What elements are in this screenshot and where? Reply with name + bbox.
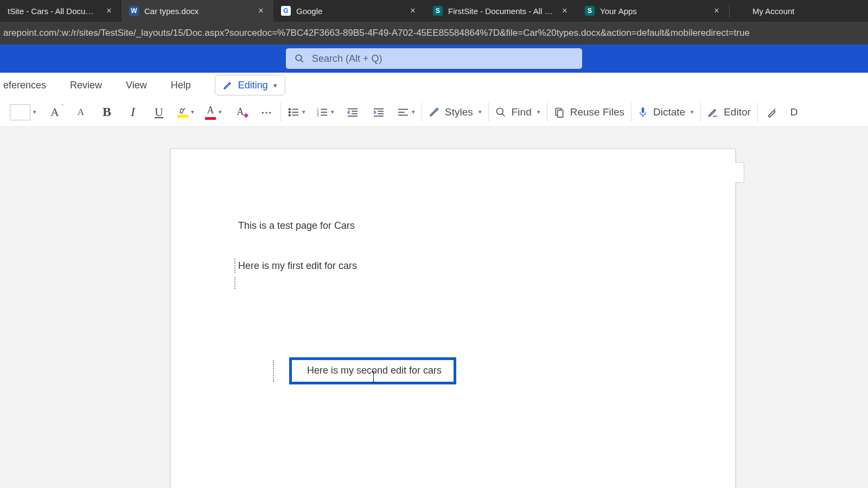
tab-view[interactable]: View [126,80,147,91]
editor-icon [707,107,718,118]
styles-label: Styles [445,106,473,118]
editing-mode-label: Editing [238,80,268,91]
bold-button[interactable]: B [99,103,114,121]
tab-title: tSite - Cars - All Documents [8,7,99,16]
increase-indent-button[interactable] [371,103,386,121]
grow-font-button[interactable]: Aˆ [47,103,62,121]
highlight-button[interactable]: ▾ [177,103,194,121]
editor-button[interactable]: Editor [707,103,751,121]
find-button[interactable]: Find ▾ [495,103,540,121]
find-label: Find [512,106,532,118]
tab-help[interactable]: Help [171,80,191,91]
font-color-button[interactable]: A ▾ [205,103,222,121]
browser-tab[interactable]: My Account [730,0,865,22]
paragraph-text: Here is my first edit for cars [238,260,357,271]
styles-group: Styles ▾ [422,98,488,126]
document-canvas[interactable]: This is a test page for Cars Here is my … [0,127,868,488]
numbering-button[interactable]: 123 ▾ [316,103,334,121]
browser-tab[interactable]: tSite - Cars - All Documents × [0,0,122,22]
paragraph-text: This is a test page for Cars [238,220,355,231]
editing-mode-button[interactable]: Editing ▾ [215,75,285,95]
address-bar[interactable]: arepoint.com/:w:/r/sites/TestSite/_layou… [0,22,868,44]
google-icon: G [281,6,291,16]
document-body[interactable]: This is a test page for Cars Here is my … [238,219,650,289]
paragraph[interactable]: Here is my second edit for cars [307,363,442,377]
decrease-indent-button[interactable] [345,103,360,121]
search-box[interactable]: Search (Alt + Q) [285,48,583,69]
sharepoint-icon: S [585,6,595,16]
svg-point-33 [775,108,776,109]
underline-button[interactable]: U [151,103,167,121]
paragraph-group: ▾ 123 ▾ ▾ [281,98,422,126]
tab-references[interactable]: eferences [3,80,46,91]
close-icon[interactable]: × [408,6,418,16]
paragraph[interactable]: This is a test page for Cars [238,219,650,233]
editor-label: Editor [724,106,751,118]
paragraph[interactable]: Here is my first edit for cars [238,259,650,273]
tab-review[interactable]: Review [70,80,102,91]
svg-line-27 [502,113,505,116]
microphone-icon [638,106,648,118]
tab-title: FirstSite - Documents - All Docu [448,7,554,16]
browser-tab[interactable]: S Your Apps × [577,0,729,22]
reuse-files-button[interactable]: Reuse Files [554,103,624,121]
styles-icon [429,107,439,118]
ribbon-toolbar: ▾ Aˆ Aˇ B I U ▾ A ▾ A◆ ⋯ ▾ 123 [0,98,868,127]
tab-title: My Account [752,7,858,16]
blank-line [238,237,650,259]
browser-tab[interactable]: S FirstSite - Documents - All Docu × [425,0,577,22]
close-icon[interactable]: × [712,6,722,16]
italic-button[interactable]: I [125,103,141,121]
ribbon-tabs: eferences Review View Help Editing ▾ [0,73,868,98]
editor-group: Editor [701,98,757,126]
search-icon [295,54,304,63]
suite-header: Search (Alt + Q) [0,44,868,73]
word-icon: W [129,6,139,16]
chevron-down-icon: ▾ [273,81,277,89]
reuse-files-label: Reuse Files [570,106,624,118]
svg-point-26 [496,108,503,114]
styles-button[interactable]: Styles ▾ [429,103,482,121]
tab-title: Car types.docx [144,7,251,16]
font-size-box[interactable]: ▾ [10,103,36,121]
pencil-icon [223,80,233,90]
clear-formatting-button[interactable]: A◆ [233,103,248,121]
close-icon[interactable]: × [560,6,570,16]
sharepoint-icon: S [433,6,443,16]
paragraph-text: Here is my second edit for cars [307,365,442,376]
designer-group: D [758,98,798,126]
svg-rect-30 [642,107,644,113]
microsoft-icon [737,6,747,16]
search-placeholder: Search (Alt + Q) [312,53,382,65]
blank-line [238,277,650,289]
bullets-button[interactable]: ▾ [288,103,305,121]
designer-button[interactable] [764,103,780,121]
browser-tab[interactable]: W Car types.docx × [122,0,273,22]
search-icon [495,107,506,118]
close-icon[interactable]: × [256,6,266,16]
text-cursor [373,371,374,382]
close-icon[interactable]: × [104,6,114,16]
revision-marker [273,360,274,382]
svg-point-6 [289,114,290,116]
revision-marker [234,277,235,289]
align-button[interactable]: ▾ [397,103,415,121]
svg-line-1 [301,60,303,62]
reuse-group: Reuse Files [547,98,631,126]
url-text: arepoint.com/:w:/r/sites/TestSite/_layou… [3,28,750,38]
svg-point-25 [436,108,438,110]
designer-label-partial: D [790,106,798,118]
font-color-swatch [205,117,216,120]
page-side-tab[interactable] [735,162,744,183]
browser-tab[interactable]: G Google × [273,0,425,22]
highlight-swatch [177,115,188,118]
more-font-button[interactable]: ⋯ [259,103,274,121]
document-page[interactable]: This is a test page for Cars Here is my … [170,149,736,488]
svg-point-0 [296,55,302,61]
dictate-button[interactable]: Dictate ▾ [638,103,694,121]
find-group: Find ▾ [489,98,547,126]
revision-marker [234,259,235,273]
shrink-font-button[interactable]: Aˇ [73,103,88,121]
svg-point-4 [289,111,290,113]
svg-point-2 [289,108,290,110]
